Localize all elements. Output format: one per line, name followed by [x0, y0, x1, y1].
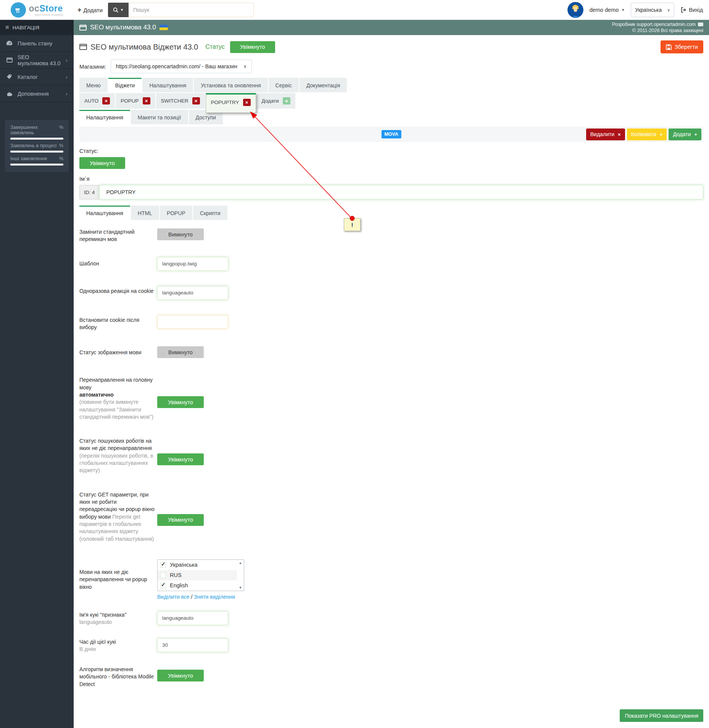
cookie-reaction-input[interactable]: [157, 286, 228, 300]
module-tabs: Меню Віджети Налаштування Установка та о…: [79, 78, 703, 92]
progress-bar: [10, 151, 63, 153]
toggle-search-bots-status[interactable]: Увімкнуто: [157, 453, 204, 465]
module-status-toggle[interactable]: Увімкнуто: [230, 41, 275, 53]
widget-section-tabs: Налаштування Макети та позиції Доступи: [79, 110, 703, 124]
tab-inner-settings[interactable]: Налаштування: [79, 206, 130, 220]
field-label: Одноразова реакція на cookie: [79, 288, 154, 294]
scroll-down-icon[interactable]: ▼: [239, 586, 242, 590]
field-label: Шаблон: [79, 260, 99, 267]
sidebar-item-extensions[interactable]: Доповнення ›: [0, 85, 74, 102]
search-input[interactable]: [129, 3, 254, 17]
stat-other-orders: Інші замовлення %: [10, 156, 63, 166]
sidebar-navigation-header[interactable]: ≡ НАВІГАЦІЯ: [0, 20, 74, 35]
copy-button[interactable]: Копіювати +: [627, 129, 667, 140]
logout-label: Вихід: [689, 7, 703, 13]
widget-inner-tabs: Налаштування HTML POPUP Скрипти: [79, 206, 703, 220]
save-button-label: Зберегти: [675, 44, 698, 50]
set-cookie-input[interactable]: [157, 315, 228, 329]
delete-button[interactable]: Видалити ×: [586, 129, 625, 140]
tab-install-update[interactable]: Установка та оновлення: [194, 78, 267, 92]
widget-tab-popup[interactable]: POPUP ×: [116, 93, 155, 109]
toggle-get-params-status[interactable]: Увімкнуто: [157, 514, 204, 526]
field-hint: (повинне бути вимкнуте налаштування "Зам…: [79, 399, 153, 420]
scrollbar[interactable]: ▲ ▼: [237, 560, 244, 591]
tab-settings[interactable]: Налаштування: [142, 78, 193, 92]
widget-name-label: Ім`я: [79, 176, 703, 182]
add-button-label: Додати: [84, 7, 103, 13]
tab-layouts-positions[interactable]: Макети та позиції: [131, 110, 188, 124]
close-icon[interactable]: ×: [102, 97, 110, 104]
language-option-rus[interactable]: RUS: [158, 570, 237, 580]
widget-id-badge: ID: 4: [79, 185, 99, 199]
avatar[interactable]: [567, 2, 583, 18]
checkbox-icon[interactable]: [160, 562, 166, 568]
languages-multiselect[interactable]: Українська RUS English: [157, 559, 244, 591]
field-redirect-main-language: Перенаправлення на головну мову автомати…: [79, 376, 703, 421]
tab-inner-scripts[interactable]: Скрипти: [193, 206, 227, 220]
add-button[interactable]: Додати +: [669, 129, 701, 140]
save-button[interactable]: Зберегти: [661, 40, 703, 53]
show-pro-settings-button[interactable]: Показати PRO налаштування: [620, 709, 703, 722]
toggle-redirect-main-language[interactable]: Увімкнуто: [157, 396, 204, 408]
sidebar: Панель стану SEO мультимова 43.0 › Катал…: [0, 35, 74, 728]
toggle-mobile-detect[interactable]: Увімкнуто: [157, 670, 204, 681]
toggle-replace-standard-switcher[interactable]: Вимкнуто: [157, 228, 204, 240]
widget-name-input[interactable]: [99, 185, 703, 199]
deselect-all-link[interactable]: Зняти виділення: [194, 594, 235, 600]
logout-button[interactable]: Вихід: [680, 7, 703, 13]
save-icon: [666, 44, 672, 50]
stat-label: Інші замовлення: [10, 156, 47, 161]
sidebar-item-seo-multilang[interactable]: SEO мультимова 43.0 ›: [0, 52, 74, 69]
widget-status-toggle[interactable]: Увімкнуто: [79, 157, 125, 169]
widget-add-label: Додати: [262, 98, 279, 104]
store-selected-value: https://seolang.opencartadmin.com/ - Ваш…: [116, 63, 237, 69]
widget-status-label: Статус:: [79, 148, 703, 154]
sidebar-item-catalog[interactable]: Каталог ›: [0, 69, 74, 85]
tab-inner-popup[interactable]: POPUP: [160, 206, 192, 220]
stat-label: Замовлень в процесі: [10, 143, 56, 148]
logo[interactable]: ocStore open source shopping: [0, 2, 74, 18]
select-all-link[interactable]: Виділити все: [157, 594, 190, 600]
close-icon[interactable]: ×: [243, 99, 251, 106]
language-option-english[interactable]: English: [158, 580, 237, 591]
close-icon[interactable]: ×: [143, 97, 150, 104]
checkbox-icon[interactable]: [160, 583, 166, 588]
ukraine-flag-icon: [160, 25, 168, 30]
sticky-note-text: !: [351, 222, 353, 228]
tab-inner-html[interactable]: HTML: [131, 206, 159, 220]
field-label: Перенаправлення на головну мову: [79, 377, 153, 390]
widget-tab-auto[interactable]: AUTO ×: [79, 93, 115, 109]
close-icon[interactable]: ×: [192, 97, 200, 104]
tab-documentation[interactable]: Документація: [300, 78, 347, 92]
user-menu[interactable]: demo demo ▼: [590, 7, 625, 13]
field-mobile-detect: Алгоритм визначення мобільного - бібліот…: [79, 666, 703, 688]
tab-widgets[interactable]: Віджети: [108, 78, 142, 92]
tab-service[interactable]: Сервіс: [269, 78, 299, 92]
add-button[interactable]: + Додати: [77, 6, 103, 14]
store-select[interactable]: https://seolang.opencartadmin.com/ - Ваш…: [111, 59, 251, 73]
toggle-language-image-status[interactable]: Вимкнуто: [157, 346, 204, 358]
sidebar-item-dashboard[interactable]: Панель стану: [0, 35, 74, 52]
field-label: Час дії цієї кукі: [79, 639, 116, 645]
widget-tab-popuptry[interactable]: POPUPTRY ×: [206, 93, 256, 113]
field-template: Шаблон: [79, 257, 703, 271]
widget-tab-switcher[interactable]: SWITCHER ×: [156, 93, 205, 109]
tab-widget-settings[interactable]: Налаштування: [79, 110, 130, 124]
cookie-flag-name-input[interactable]: [157, 611, 228, 625]
search-icon: [113, 7, 119, 13]
option-label: English: [170, 582, 188, 588]
field-onetime-cookie-reaction: Одноразова реакція на cookie: [79, 286, 703, 300]
puzzle-icon: [6, 91, 13, 96]
widget-tab-add[interactable]: Додати +: [257, 93, 295, 109]
scroll-up-icon[interactable]: ▲: [239, 561, 242, 565]
sidebar-item-label: Каталог: [18, 74, 38, 80]
template-input[interactable]: [157, 257, 228, 271]
checkbox-icon[interactable]: [160, 572, 166, 578]
language-select[interactable]: Українська ∨: [631, 3, 674, 17]
search-button[interactable]: ▼: [108, 3, 129, 17]
cookie-lifetime-input[interactable]: [157, 638, 228, 652]
language-option-ukrainian[interactable]: Українська: [158, 560, 237, 570]
caret-down-icon: ▼: [621, 8, 625, 12]
tab-menu[interactable]: Меню: [79, 78, 108, 92]
window-icon: [79, 44, 87, 50]
